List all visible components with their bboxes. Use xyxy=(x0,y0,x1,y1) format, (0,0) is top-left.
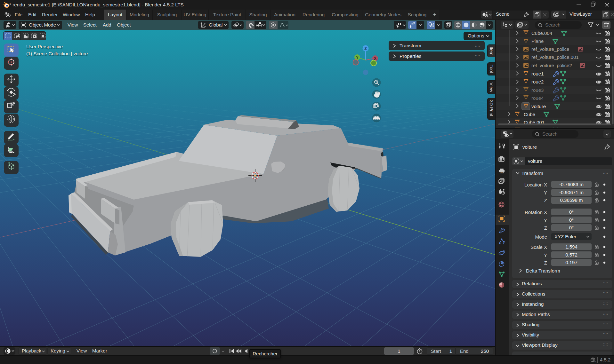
svg-text:ref_voiture_police: ref_voiture_police xyxy=(531,46,569,52)
svg-text:Z: Z xyxy=(364,46,367,51)
svg-text:1: 1 xyxy=(595,360,597,363)
svg-text:roue2: roue2 xyxy=(531,79,544,84)
svg-text:Y: Y xyxy=(356,55,359,60)
svg-text:ref_voiture_police2: ref_voiture_police2 xyxy=(531,63,572,68)
svg-text:roue3: roue3 xyxy=(531,87,544,93)
svg-text:ref_voiture_police.001: ref_voiture_police.001 xyxy=(531,54,579,60)
svg-text:Delta Transform: Delta Transform xyxy=(526,268,560,273)
svg-text:voiture: voiture xyxy=(531,104,546,109)
svg-text:Plane: Plane xyxy=(531,38,544,44)
svg-text:roue1: roue1 xyxy=(531,71,544,76)
svg-text:Cube.004: Cube.004 xyxy=(531,30,552,36)
svg-text:roue4: roue4 xyxy=(531,95,544,101)
svg-text:Cube: Cube xyxy=(524,112,535,117)
